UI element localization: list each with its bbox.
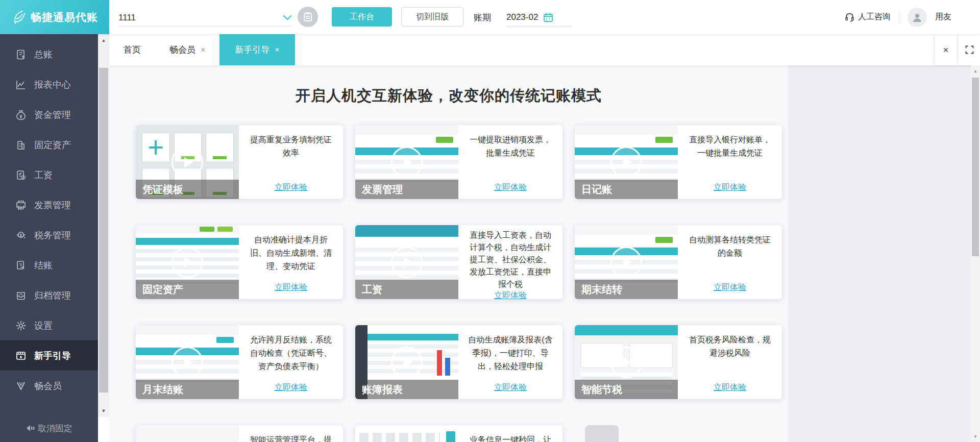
thumb-art bbox=[217, 227, 233, 232]
tab-member[interactable]: 畅会员 × bbox=[155, 34, 219, 65]
sidebar-item-tax[interactable]: 税务管理 bbox=[0, 220, 98, 250]
card-description: 直接导入银行对账单，一键批量生成凭证 bbox=[686, 133, 774, 160]
support-label: 人工咨询 bbox=[858, 12, 891, 22]
sidebar-item-member[interactable]: 畅会员 bbox=[0, 371, 98, 401]
video-thumbnail[interactable] bbox=[136, 425, 239, 442]
member-v-icon bbox=[15, 380, 27, 391]
play-button[interactable] bbox=[610, 247, 642, 278]
sidebar-item-label: 总账 bbox=[34, 48, 53, 61]
play-button[interactable] bbox=[172, 247, 203, 278]
card-panel: 业务信息一键秒回，让客 bbox=[458, 425, 562, 442]
thumb-art bbox=[575, 325, 678, 335]
tab-beginner-guide[interactable]: 新手引导 × bbox=[219, 34, 295, 65]
thumb-art bbox=[136, 325, 239, 335]
sidebar-item-report-center[interactable]: 报表中心 bbox=[0, 69, 98, 100]
period-label: 账期 bbox=[474, 12, 491, 23]
video-title: 智能节税 bbox=[575, 380, 678, 399]
video-thumbnail[interactable]: 凭证模板 bbox=[136, 125, 239, 199]
video-thumbnail[interactable]: 智能节税 bbox=[575, 325, 678, 399]
close-tab-icon[interactable]: × bbox=[201, 45, 205, 55]
sidebar: 总账 报表中心 资金管理 固定资产 工资 发票管理 税务管理 结账 bbox=[0, 34, 98, 442]
play-icon bbox=[623, 257, 632, 267]
sidebar-item-archive[interactable]: 归档管理 bbox=[0, 280, 98, 310]
try-now-link[interactable]: 立即体验 bbox=[494, 290, 527, 299]
unpin-sidebar-button[interactable]: 取消固定 bbox=[0, 420, 98, 437]
period-value: 2023-02 bbox=[506, 12, 538, 22]
video-thumbnail[interactable]: 期末结转 bbox=[575, 225, 678, 299]
thumb-art bbox=[575, 225, 678, 235]
scroll-up-icon[interactable]: ▲ bbox=[971, 65, 980, 77]
play-button[interactable] bbox=[391, 146, 423, 178]
period-picker[interactable]: 2023-02 bbox=[506, 8, 572, 27]
try-now-link[interactable]: 立即体验 bbox=[714, 382, 746, 393]
sidebar-item-settings[interactable]: 设置 bbox=[0, 310, 98, 340]
thumb-art bbox=[655, 137, 673, 143]
video-thumbnail[interactable] bbox=[355, 425, 458, 442]
scroll-down-icon[interactable]: ▼ bbox=[98, 405, 109, 417]
try-now-link[interactable]: 立即体验 bbox=[275, 382, 307, 393]
try-now-link[interactable]: 立即体验 bbox=[494, 182, 527, 193]
workbench-button[interactable]: 工作台 bbox=[332, 7, 392, 27]
close-tab-icon[interactable]: × bbox=[275, 45, 279, 55]
sidebar-scrollbar-thumb[interactable] bbox=[99, 68, 108, 392]
sidebar-item-beginner-guide[interactable]: 新手引导 bbox=[0, 340, 98, 371]
sidebar-item-invoice[interactable]: 发票管理 bbox=[0, 190, 98, 220]
thumb-art bbox=[437, 350, 442, 375]
tab-label: 首页 bbox=[124, 44, 141, 56]
play-button[interactable] bbox=[172, 146, 203, 178]
video-thumbnail[interactable]: 发票管理 bbox=[355, 125, 458, 199]
try-now-link[interactable]: 立即体验 bbox=[494, 382, 527, 393]
video-title: 账簿报表 bbox=[355, 380, 458, 399]
sidebar-item-funds[interactable]: 资金管理 bbox=[0, 100, 98, 130]
video-thumbnail[interactable]: 固定资产 bbox=[136, 225, 239, 299]
video-thumbnail[interactable]: 日记账 bbox=[575, 125, 678, 199]
avatar[interactable] bbox=[908, 8, 927, 27]
try-now-link[interactable]: 立即体验 bbox=[275, 282, 307, 293]
scroll-up-icon[interactable]: ▲ bbox=[98, 34, 109, 46]
main-content: 开启人机交互新体验，改变你的传统记账模式 凭证模板 提高重复业务填制凭证效率 立… bbox=[109, 65, 980, 442]
tab-home[interactable]: 首页 bbox=[109, 34, 155, 65]
close-all-tabs-icon[interactable]: × bbox=[935, 34, 957, 65]
card-description: 智能运营管理平台，提升 bbox=[247, 433, 335, 442]
feature-card: 智能节税 首页税务风险检查，规避涉税风险 立即体验 bbox=[575, 325, 782, 399]
tab-bar: 首页 畅会员 × 新手引导 × × bbox=[109, 34, 980, 65]
app-logo: 畅捷通易代账 bbox=[0, 0, 109, 34]
feature-card-partial: 智能运营管理平台，提升 bbox=[136, 425, 343, 442]
main-scrollbar-thumb[interactable] bbox=[972, 78, 979, 256]
tab-label: 畅会员 bbox=[169, 44, 195, 56]
notes-icon[interactable] bbox=[298, 7, 318, 27]
card-description: 自动准确计提本月折旧、自动生成新增、清理、变动凭证 bbox=[247, 233, 335, 273]
sidebar-item-closing[interactable]: 结账 bbox=[0, 250, 98, 280]
play-button[interactable] bbox=[391, 347, 423, 378]
sidebar-item-salary[interactable]: 工资 bbox=[0, 160, 98, 190]
play-icon bbox=[184, 157, 193, 167]
sidebar-item-fixed-assets[interactable]: 固定资产 bbox=[0, 130, 98, 160]
play-button[interactable] bbox=[391, 247, 423, 278]
play-button[interactable] bbox=[610, 347, 642, 378]
sidebar-item-label: 发票管理 bbox=[34, 199, 71, 211]
sidebar-item-label: 结账 bbox=[34, 259, 53, 272]
play-icon bbox=[404, 157, 412, 167]
video-title: 期末结转 bbox=[575, 280, 678, 299]
scroll-down-icon[interactable]: ▼ bbox=[971, 431, 980, 442]
video-title: 月末结账 bbox=[136, 380, 239, 399]
try-now-link[interactable]: 立即体验 bbox=[714, 282, 746, 293]
switch-old-version-button[interactable]: 切到旧版 bbox=[401, 7, 463, 27]
chevron-down-icon bbox=[283, 15, 292, 21]
play-button[interactable] bbox=[610, 146, 642, 178]
video-title: 日记账 bbox=[575, 180, 678, 199]
fullscreen-icon[interactable] bbox=[959, 34, 980, 65]
video-thumbnail[interactable]: 工资 bbox=[355, 225, 458, 299]
video-title: 发票管理 bbox=[355, 180, 458, 199]
video-thumbnail[interactable]: 月末结账 bbox=[136, 325, 239, 399]
feature-card-partial: 业务信息一键秒回，让客 bbox=[355, 425, 562, 442]
play-button[interactable] bbox=[172, 347, 203, 378]
card-panel: 自动测算各结转类凭证的金额 立即体验 bbox=[678, 225, 782, 299]
account-select[interactable]: 1111 bbox=[118, 9, 292, 27]
try-now-link[interactable]: 立即体验 bbox=[275, 182, 307, 193]
thumb-art bbox=[446, 431, 455, 442]
video-thumbnail[interactable]: 账簿报表 bbox=[355, 325, 458, 399]
try-now-link[interactable]: 立即体验 bbox=[714, 182, 746, 193]
support-button[interactable]: 人工咨询 bbox=[845, 12, 891, 22]
sidebar-item-general-ledger[interactable]: 总账 bbox=[0, 39, 98, 69]
